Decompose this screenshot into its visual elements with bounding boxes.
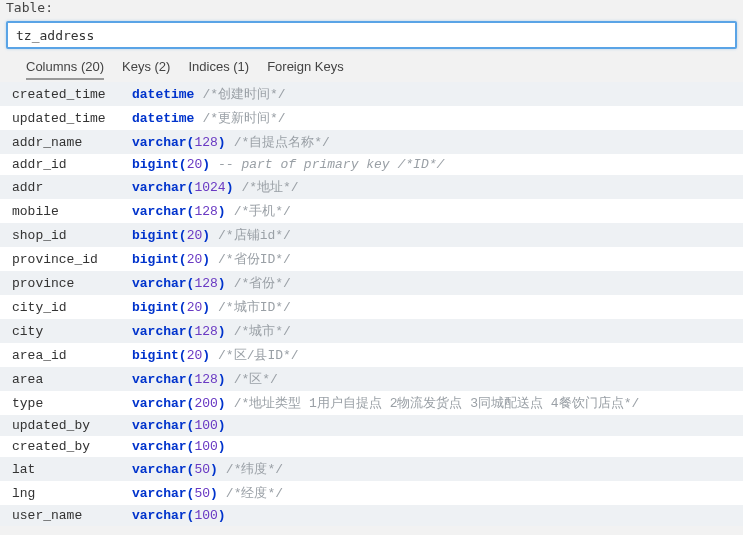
column-type: varchar(1024) xyxy=(132,180,233,195)
column-row[interactable]: created_timedatetime/*创建时间*/ xyxy=(0,82,743,106)
tab-2[interactable]: Indices (1) xyxy=(188,59,249,80)
column-name: type xyxy=(12,396,132,411)
column-name: province xyxy=(12,276,132,291)
tabs: Columns (20)Keys (2)Indices (1)Foreign K… xyxy=(0,49,743,80)
column-comment: /*纬度*/ xyxy=(226,460,283,478)
column-comment: /*店铺id*/ xyxy=(218,226,291,244)
tab-1[interactable]: Keys (2) xyxy=(122,59,170,80)
columns-list: created_timedatetime/*创建时间*/updated_time… xyxy=(0,82,743,526)
column-comment: /*地址*/ xyxy=(241,178,298,196)
column-type: datetime xyxy=(132,111,194,126)
column-type: varchar(100) xyxy=(132,418,226,433)
column-type: bigint(20) xyxy=(132,157,210,172)
column-name: updated_by xyxy=(12,418,132,433)
column-row[interactable]: user_namevarchar(100) xyxy=(0,505,743,526)
column-row[interactable]: addrvarchar(1024)/*地址*/ xyxy=(0,175,743,199)
column-type: varchar(128) xyxy=(132,276,226,291)
column-name: addr_id xyxy=(12,157,132,172)
column-name: user_name xyxy=(12,508,132,523)
column-row[interactable]: created_byvarchar(100) xyxy=(0,436,743,457)
column-name: updated_time xyxy=(12,111,132,126)
column-row[interactable]: areavarchar(128)/*区*/ xyxy=(0,367,743,391)
column-row[interactable]: mobilevarchar(128)/*手机*/ xyxy=(0,199,743,223)
column-row[interactable]: addr_namevarchar(128)/*自提点名称*/ xyxy=(0,130,743,154)
column-comment: -- part of primary key /*ID*/ xyxy=(218,157,444,172)
column-name: lat xyxy=(12,462,132,477)
column-type: varchar(100) xyxy=(132,508,226,523)
column-name: area_id xyxy=(12,348,132,363)
column-comment: /*更新时间*/ xyxy=(202,109,285,127)
column-comment: /*地址类型 1用户自提点 2物流发货点 3同城配送点 4餐饮门店点*/ xyxy=(234,394,640,412)
column-row[interactable]: cityvarchar(128)/*城市*/ xyxy=(0,319,743,343)
column-row[interactable]: province_idbigint(20)/*省份ID*/ xyxy=(0,247,743,271)
column-row[interactable]: updated_timedatetime/*更新时间*/ xyxy=(0,106,743,130)
column-type: varchar(50) xyxy=(132,486,218,501)
column-name: addr xyxy=(12,180,132,195)
column-name: city xyxy=(12,324,132,339)
column-row[interactable]: updated_byvarchar(100) xyxy=(0,415,743,436)
column-name: addr_name xyxy=(12,135,132,150)
column-type: varchar(128) xyxy=(132,204,226,219)
column-comment: /*经度*/ xyxy=(226,484,283,502)
column-comment: /*手机*/ xyxy=(234,202,291,220)
column-row[interactable]: typevarchar(200)/*地址类型 1用户自提点 2物流发货点 3同城… xyxy=(0,391,743,415)
column-type: bigint(20) xyxy=(132,300,210,315)
column-name: city_id xyxy=(12,300,132,315)
column-comment: /*自提点名称*/ xyxy=(234,133,330,151)
column-row[interactable]: area_idbigint(20)/*区/县ID*/ xyxy=(0,343,743,367)
column-name: area xyxy=(12,372,132,387)
column-comment: /*城市*/ xyxy=(234,322,291,340)
column-comment: /*区/县ID*/ xyxy=(218,346,299,364)
table-name-input[interactable] xyxy=(6,21,737,49)
column-type: varchar(50) xyxy=(132,462,218,477)
column-name: created_time xyxy=(12,87,132,102)
column-type: varchar(200) xyxy=(132,396,226,411)
column-type: datetime xyxy=(132,87,194,102)
tab-3[interactable]: Foreign Keys xyxy=(267,59,344,80)
column-name: created_by xyxy=(12,439,132,454)
column-comment: /*区*/ xyxy=(234,370,278,388)
column-type: varchar(128) xyxy=(132,324,226,339)
column-row[interactable]: shop_idbigint(20)/*店铺id*/ xyxy=(0,223,743,247)
column-type: varchar(100) xyxy=(132,439,226,454)
column-row[interactable]: lngvarchar(50)/*经度*/ xyxy=(0,481,743,505)
column-name: province_id xyxy=(12,252,132,267)
tab-0[interactable]: Columns (20) xyxy=(26,59,104,80)
column-comment: /*省份ID*/ xyxy=(218,250,291,268)
column-row[interactable]: city_idbigint(20)/*城市ID*/ xyxy=(0,295,743,319)
column-type: bigint(20) xyxy=(132,228,210,243)
column-name: mobile xyxy=(12,204,132,219)
column-comment: /*城市ID*/ xyxy=(218,298,291,316)
column-row[interactable]: latvarchar(50)/*纬度*/ xyxy=(0,457,743,481)
column-type: bigint(20) xyxy=(132,348,210,363)
column-name: lng xyxy=(12,486,132,501)
column-row[interactable]: provincevarchar(128)/*省份*/ xyxy=(0,271,743,295)
table-label: Table: xyxy=(6,0,737,21)
column-comment: /*省份*/ xyxy=(234,274,291,292)
column-type: bigint(20) xyxy=(132,252,210,267)
column-name: shop_id xyxy=(12,228,132,243)
column-type: varchar(128) xyxy=(132,135,226,150)
column-row[interactable]: addr_idbigint(20)-- part of primary key … xyxy=(0,154,743,175)
column-type: varchar(128) xyxy=(132,372,226,387)
column-comment: /*创建时间*/ xyxy=(202,85,285,103)
